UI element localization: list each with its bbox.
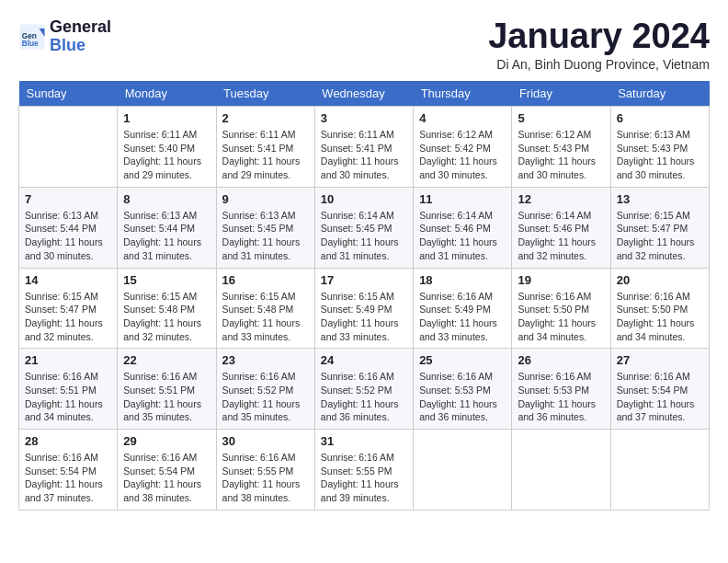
day-number: 5 (518, 111, 604, 125)
calendar-cell: 19Sunrise: 6:16 AM Sunset: 5:50 PM Dayli… (512, 268, 610, 349)
weekday-header-saturday: Saturday (610, 81, 709, 107)
calendar-cell (414, 430, 512, 511)
day-number: 9 (222, 192, 309, 206)
day-number: 19 (518, 273, 604, 287)
calendar-cell: 14Sunrise: 6:15 AM Sunset: 5:47 PM Dayli… (19, 268, 118, 349)
svg-text:Blue: Blue (22, 40, 39, 48)
day-number: 29 (123, 434, 210, 448)
calendar-cell: 7Sunrise: 6:13 AM Sunset: 5:44 PM Daylig… (19, 187, 118, 268)
calendar-cell (19, 107, 118, 188)
title-block: January 2024 Di An, Binh Duong Province,… (488, 18, 710, 72)
calendar-cell: 25Sunrise: 6:16 AM Sunset: 5:53 PM Dayli… (414, 349, 512, 430)
day-number: 2 (222, 111, 309, 125)
calendar-cell: 26Sunrise: 6:16 AM Sunset: 5:53 PM Dayli… (512, 349, 610, 430)
month-title: January 2024 (488, 18, 710, 53)
calendar-week-3: 14Sunrise: 6:15 AM Sunset: 5:47 PM Dayli… (19, 268, 710, 349)
day-info: Sunrise: 6:16 AM Sunset: 5:51 PM Dayligh… (123, 370, 210, 424)
day-info: Sunrise: 6:15 AM Sunset: 5:47 PM Dayligh… (617, 209, 703, 263)
location-text: Di An, Binh Duong Province, Vietnam (488, 57, 710, 72)
day-number: 3 (321, 111, 407, 125)
day-number: 14 (25, 273, 111, 287)
calendar-week-5: 28Sunrise: 6:16 AM Sunset: 5:54 PM Dayli… (19, 430, 710, 511)
day-number: 26 (518, 353, 604, 367)
day-info: Sunrise: 6:11 AM Sunset: 5:41 PM Dayligh… (222, 128, 309, 182)
day-info: Sunrise: 6:16 AM Sunset: 5:49 PM Dayligh… (419, 290, 506, 344)
day-info: Sunrise: 6:15 AM Sunset: 5:48 PM Dayligh… (222, 290, 309, 344)
day-info: Sunrise: 6:16 AM Sunset: 5:53 PM Dayligh… (419, 370, 506, 424)
calendar-cell: 12Sunrise: 6:14 AM Sunset: 5:46 PM Dayli… (512, 187, 610, 268)
day-info: Sunrise: 6:12 AM Sunset: 5:42 PM Dayligh… (419, 128, 506, 182)
day-number: 8 (123, 192, 210, 206)
day-number: 31 (321, 434, 407, 448)
day-number: 22 (123, 353, 210, 367)
calendar-cell: 10Sunrise: 6:14 AM Sunset: 5:45 PM Dayli… (314, 187, 413, 268)
day-number: 20 (617, 273, 703, 287)
page-header: Gen Blue General Blue January 2024 Di An… (18, 18, 710, 72)
weekday-header-thursday: Thursday (414, 81, 512, 107)
calendar-cell: 2Sunrise: 6:11 AM Sunset: 5:41 PM Daylig… (216, 107, 314, 188)
day-info: Sunrise: 6:15 AM Sunset: 5:48 PM Dayligh… (123, 290, 210, 344)
calendar-cell: 15Sunrise: 6:15 AM Sunset: 5:48 PM Dayli… (118, 268, 216, 349)
day-info: Sunrise: 6:16 AM Sunset: 5:54 PM Dayligh… (617, 370, 703, 424)
day-number: 23 (222, 353, 309, 367)
weekday-header-sunday: Sunday (19, 81, 118, 107)
calendar-cell: 18Sunrise: 6:16 AM Sunset: 5:49 PM Dayli… (414, 268, 512, 349)
day-info: Sunrise: 6:15 AM Sunset: 5:47 PM Dayligh… (25, 290, 111, 344)
day-number: 11 (419, 192, 506, 206)
day-number: 21 (25, 353, 111, 367)
calendar-cell: 13Sunrise: 6:15 AM Sunset: 5:47 PM Dayli… (610, 187, 709, 268)
day-info: Sunrise: 6:16 AM Sunset: 5:54 PM Dayligh… (123, 451, 210, 505)
calendar-cell: 4Sunrise: 6:12 AM Sunset: 5:42 PM Daylig… (414, 107, 512, 188)
calendar-cell: 11Sunrise: 6:14 AM Sunset: 5:46 PM Dayli… (414, 187, 512, 268)
calendar-cell: 31Sunrise: 6:16 AM Sunset: 5:55 PM Dayli… (314, 430, 413, 511)
day-number: 4 (419, 111, 506, 125)
day-number: 27 (617, 353, 703, 367)
calendar-cell: 3Sunrise: 6:11 AM Sunset: 5:41 PM Daylig… (314, 107, 413, 188)
day-info: Sunrise: 6:16 AM Sunset: 5:52 PM Dayligh… (321, 370, 407, 424)
day-info: Sunrise: 6:13 AM Sunset: 5:45 PM Dayligh… (222, 209, 309, 263)
day-number: 1 (123, 111, 210, 125)
calendar-week-4: 21Sunrise: 6:16 AM Sunset: 5:51 PM Dayli… (19, 349, 710, 430)
day-info: Sunrise: 6:14 AM Sunset: 5:46 PM Dayligh… (419, 209, 506, 263)
day-info: Sunrise: 6:16 AM Sunset: 5:52 PM Dayligh… (222, 370, 309, 424)
day-info: Sunrise: 6:16 AM Sunset: 5:53 PM Dayligh… (518, 370, 604, 424)
weekday-header-monday: Monday (118, 81, 216, 107)
calendar-cell: 24Sunrise: 6:16 AM Sunset: 5:52 PM Dayli… (314, 349, 413, 430)
calendar-cell: 8Sunrise: 6:13 AM Sunset: 5:44 PM Daylig… (118, 187, 216, 268)
day-number: 16 (222, 273, 309, 287)
day-info: Sunrise: 6:16 AM Sunset: 5:55 PM Dayligh… (222, 451, 309, 505)
day-number: 18 (419, 273, 506, 287)
calendar-body: 1Sunrise: 6:11 AM Sunset: 5:40 PM Daylig… (19, 107, 710, 511)
day-info: Sunrise: 6:16 AM Sunset: 5:51 PM Dayligh… (25, 370, 111, 424)
calendar-table: SundayMondayTuesdayWednesdayThursdayFrid… (18, 81, 710, 511)
calendar-cell: 30Sunrise: 6:16 AM Sunset: 5:55 PM Dayli… (216, 430, 314, 511)
day-info: Sunrise: 6:14 AM Sunset: 5:45 PM Dayligh… (321, 209, 407, 263)
day-info: Sunrise: 6:16 AM Sunset: 5:54 PM Dayligh… (25, 451, 111, 505)
calendar-cell: 5Sunrise: 6:12 AM Sunset: 5:43 PM Daylig… (512, 107, 610, 188)
day-info: Sunrise: 6:13 AM Sunset: 5:44 PM Dayligh… (25, 209, 111, 263)
calendar-cell: 29Sunrise: 6:16 AM Sunset: 5:54 PM Dayli… (118, 430, 216, 511)
day-info: Sunrise: 6:11 AM Sunset: 5:40 PM Dayligh… (123, 128, 210, 182)
calendar-header-row: SundayMondayTuesdayWednesdayThursdayFrid… (19, 81, 710, 107)
day-number: 6 (617, 111, 703, 125)
day-number: 17 (321, 273, 407, 287)
day-info: Sunrise: 6:13 AM Sunset: 5:43 PM Dayligh… (617, 128, 703, 182)
calendar-week-2: 7Sunrise: 6:13 AM Sunset: 5:44 PM Daylig… (19, 187, 710, 268)
day-info: Sunrise: 6:16 AM Sunset: 5:55 PM Dayligh… (321, 451, 407, 505)
day-number: 24 (321, 353, 407, 367)
weekday-header-tuesday: Tuesday (216, 81, 314, 107)
calendar-cell: 23Sunrise: 6:16 AM Sunset: 5:52 PM Dayli… (216, 349, 314, 430)
day-number: 30 (222, 434, 309, 448)
day-number: 12 (518, 192, 604, 206)
day-number: 10 (321, 192, 407, 206)
calendar-cell: 28Sunrise: 6:16 AM Sunset: 5:54 PM Dayli… (19, 430, 118, 511)
calendar-cell: 27Sunrise: 6:16 AM Sunset: 5:54 PM Dayli… (610, 349, 709, 430)
calendar-cell (512, 430, 610, 511)
day-info: Sunrise: 6:15 AM Sunset: 5:49 PM Dayligh… (321, 290, 407, 344)
calendar-cell: 9Sunrise: 6:13 AM Sunset: 5:45 PM Daylig… (216, 187, 314, 268)
day-info: Sunrise: 6:12 AM Sunset: 5:43 PM Dayligh… (518, 128, 604, 182)
day-info: Sunrise: 6:13 AM Sunset: 5:44 PM Dayligh… (123, 209, 210, 263)
day-number: 13 (617, 192, 703, 206)
calendar-cell: 17Sunrise: 6:15 AM Sunset: 5:49 PM Dayli… (314, 268, 413, 349)
calendar-cell: 21Sunrise: 6:16 AM Sunset: 5:51 PM Dayli… (19, 349, 118, 430)
